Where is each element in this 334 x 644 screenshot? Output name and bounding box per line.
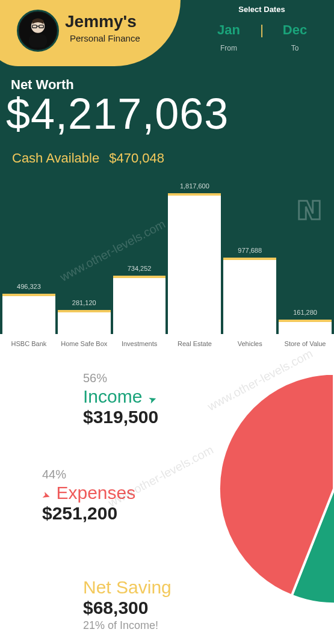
bar-value-label: 496,323 [2, 283, 55, 290]
bottom-panel: 56% Income ➤ $319,500 44% ➤ Expenses $25… [0, 347, 334, 644]
income-block: 56% Income ➤ $319,500 [83, 371, 158, 427]
bar-store-of-value: 161,280 [279, 320, 332, 334]
expenses-title: Expenses [56, 483, 135, 503]
expenses-block: 44% ➤ Expenses $251,200 [42, 468, 135, 524]
expenses-value: $251,200 [42, 503, 135, 524]
date-selector: Select Dates Jan | Dec From To [205, 5, 319, 52]
income-expense-pie-chart [217, 371, 334, 606]
income-title: Income [83, 386, 142, 406]
expenses-pct: 44% [42, 468, 135, 481]
bar-value-label: 977,688 [223, 247, 276, 254]
bar-value-label: 1,817,600 [168, 182, 221, 190]
date-from-label: From [205, 44, 253, 52]
owner-subtitle: Personal Finance [70, 33, 140, 43]
bar-value-label: 161,280 [279, 309, 332, 316]
income-pct: 56% [83, 371, 158, 385]
cash-available-label: Cash Available [12, 150, 99, 166]
avatar [17, 10, 59, 52]
x-tick: Vehicles [223, 340, 276, 347]
bar-chart-x-axis: HSBC BankHome Safe BoxInvestmentsReal Es… [0, 334, 334, 347]
net-saving-title: Net Saving [83, 577, 172, 598]
x-tick: Real Estate [168, 340, 221, 347]
net-worth-bar-chart: 496,323281,120734,2521,817,600977,688161… [0, 184, 334, 334]
bar-vehicles: 977,688 [223, 258, 276, 334]
date-to-label: To [271, 44, 319, 52]
net-worth-value: $4,217,063 [6, 89, 229, 138]
bar-hsbc-bank: 496,323 [2, 294, 55, 334]
svg-rect-2 [29, 34, 47, 48]
dates-title: Select Dates [205, 5, 319, 14]
net-saving-block: Net Saving $68,300 21% of Income! [83, 577, 172, 632]
income-arrow-icon: ➤ [147, 392, 158, 406]
cash-available-value: $470,048 [109, 150, 164, 166]
bar-value-label: 734,252 [113, 265, 166, 272]
expenses-arrow-icon: ➤ [40, 489, 52, 502]
x-tick: Store of Value [279, 340, 332, 347]
x-tick: Investments [113, 340, 166, 347]
bar-real-estate: 1,817,600 [168, 193, 221, 334]
owner-name: Jemmy's [65, 12, 137, 31]
bar-investments: 734,252 [113, 276, 166, 334]
income-value: $319,500 [83, 407, 158, 427]
date-separator: | [260, 22, 264, 38]
date-to-value[interactable]: Dec [271, 22, 319, 38]
date-from-value[interactable]: Jan [205, 22, 253, 38]
cash-available-row: Cash Available $470,048 [12, 150, 164, 166]
net-saving-value: $68,300 [83, 598, 172, 618]
top-panel: Jemmy's Personal Finance Select Dates Ja… [0, 0, 334, 334]
net-saving-note: 21% of Income! [83, 619, 172, 632]
x-tick: Home Safe Box [58, 340, 111, 347]
bar-value-label: 281,120 [58, 299, 111, 306]
x-tick: HSBC Bank [2, 340, 55, 347]
bar-home-safe-box: 281,120 [58, 310, 111, 334]
